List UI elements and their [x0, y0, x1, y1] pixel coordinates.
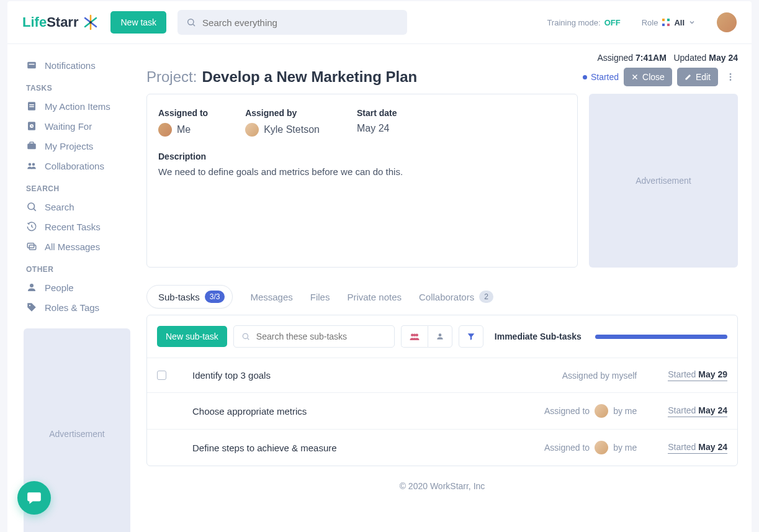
- svg-point-25: [30, 284, 34, 287]
- sidebar-item-label: My Action Items: [45, 101, 110, 112]
- sidebar-recent-tasks[interactable]: Recent Tasks: [24, 217, 130, 237]
- tab-files[interactable]: Files: [310, 292, 330, 302]
- more-vertical-icon: [725, 72, 735, 82]
- close-button[interactable]: Close: [624, 68, 672, 86]
- page-title: Project: Develop a New Marketing Plan: [146, 68, 417, 86]
- svg-point-3: [89, 21, 92, 24]
- sidebar-item-label: My Projects: [45, 141, 93, 151]
- new-subtask-button[interactable]: New sub-task: [157, 326, 227, 347]
- svg-point-26: [29, 305, 30, 306]
- svg-point-20: [32, 163, 35, 166]
- filter-person-button[interactable]: [428, 325, 452, 348]
- logo[interactable]: LifeStarr: [22, 14, 99, 31]
- svg-point-19: [29, 163, 32, 166]
- more-menu-button[interactable]: [723, 70, 738, 84]
- logo-life: Life: [22, 14, 47, 30]
- svg-point-37: [438, 333, 441, 336]
- avatar: [245, 123, 259, 137]
- sparkle-icon: [82, 14, 99, 31]
- tab-messages[interactable]: Messages: [250, 292, 292, 302]
- people-icon: [26, 160, 37, 171]
- task-title: Identify top 3 goals: [192, 370, 562, 381]
- task-date[interactable]: Started May 24: [668, 405, 727, 417]
- document-icon: [26, 101, 37, 112]
- svg-rect-8: [662, 24, 665, 26]
- search-input[interactable]: [202, 17, 398, 28]
- task-date[interactable]: Started May 24: [668, 442, 727, 454]
- svg-line-22: [34, 209, 35, 210]
- sidebar-header-search: SEARCH: [24, 176, 130, 197]
- svg-point-32: [243, 333, 248, 338]
- person-icon: [26, 282, 37, 293]
- svg-rect-10: [27, 62, 36, 69]
- task-checkbox[interactable]: [157, 371, 166, 380]
- progress-bar: [595, 335, 727, 339]
- status-badge: Started: [583, 72, 619, 82]
- sidebar-my-projects[interactable]: My Projects: [24, 136, 130, 156]
- tab-subtasks[interactable]: Sub-tasks 3/3: [146, 285, 233, 309]
- sidebar-waiting-for[interactable]: Waiting For: [24, 116, 130, 136]
- meta-info: Assigned 7:41AM Updated May 24: [146, 53, 738, 63]
- sidebar-action-items[interactable]: My Action Items: [24, 96, 130, 116]
- task-row[interactable]: Identify top 3 goals Assigned by myself …: [147, 358, 737, 392]
- logo-starr: Starr: [47, 14, 78, 30]
- sidebar-collaborations[interactable]: Collaborations: [24, 156, 130, 176]
- inbox-icon: [26, 60, 37, 71]
- tab-collaborators[interactable]: Collaborators 2: [419, 291, 493, 303]
- immediate-subtasks-label: Immediate Sub-tasks: [495, 331, 582, 341]
- chat-widget-button[interactable]: [17, 481, 51, 515]
- history-icon: [26, 221, 37, 232]
- subtask-search[interactable]: [233, 325, 395, 348]
- filter-button[interactable]: [459, 325, 483, 348]
- sidebar-search[interactable]: Search: [24, 197, 130, 217]
- sidebar-all-messages[interactable]: All Messages: [24, 237, 130, 256]
- svg-line-33: [247, 338, 249, 340]
- title-prefix: Project:: [146, 68, 197, 86]
- task-row[interactable]: Define steps to achieve & measure Assign…: [147, 429, 737, 466]
- task-date[interactable]: Started May 29: [668, 369, 727, 381]
- global-search[interactable]: [177, 10, 407, 35]
- edit-button[interactable]: Edit: [677, 68, 718, 86]
- sidebar-header-tasks: TASKS: [24, 75, 130, 96]
- sidebar-item-label: Recent Tasks: [45, 222, 101, 232]
- footer: © 2020 WorkStarr, Inc: [146, 466, 738, 511]
- role-label: Role: [642, 18, 658, 27]
- svg-point-31: [730, 79, 732, 81]
- sidebar-roles-tags[interactable]: Roles & Tags: [24, 297, 130, 317]
- role-value: All: [674, 18, 685, 27]
- task-assigned: Assigned to by me: [544, 441, 637, 454]
- new-task-button[interactable]: New task: [110, 11, 166, 34]
- tag-icon: [26, 302, 37, 313]
- assigned-by-field: Assigned by Kyle Stetson: [245, 108, 320, 137]
- training-mode[interactable]: Training mode: OFF: [547, 18, 620, 27]
- task-title: Choose appropriate metrics: [192, 406, 544, 417]
- chevron-down-icon: [688, 19, 696, 26]
- topbar: LifeStarr New task Training mode: OFF Ro…: [7, 1, 752, 44]
- training-label: Training mode:: [547, 18, 600, 27]
- sidebar-item-label: Notifications: [45, 60, 96, 71]
- person-icon: [436, 332, 444, 341]
- sidebar-people[interactable]: People: [24, 277, 130, 297]
- svg-rect-11: [29, 64, 35, 65]
- grid-icon: [662, 18, 670, 27]
- people-icon: [409, 332, 420, 341]
- task-row[interactable]: Choose appropriate metrics Assigned to b…: [147, 392, 737, 429]
- svg-rect-9: [667, 24, 670, 26]
- sidebar-item-label: People: [45, 282, 74, 293]
- search-icon: [26, 201, 37, 212]
- subtask-search-input[interactable]: [256, 331, 387, 341]
- tab-private-notes[interactable]: Private notes: [347, 292, 402, 302]
- sidebar-item-label: Search: [45, 202, 74, 212]
- svg-rect-14: [29, 106, 34, 107]
- start-date-field: Start date May 24: [357, 108, 397, 137]
- clock-icon: [26, 120, 37, 132]
- svg-rect-18: [30, 142, 34, 144]
- task-assigned: Assigned by myself: [562, 371, 637, 381]
- filter-team-button[interactable]: [401, 325, 428, 348]
- sidebar-notifications[interactable]: Notifications: [24, 55, 130, 75]
- svg-point-29: [730, 73, 732, 75]
- role-selector[interactable]: Role All: [642, 18, 696, 27]
- user-avatar[interactable]: [717, 12, 737, 32]
- avatar: [595, 441, 608, 454]
- subtasks-count-badge: 3/3: [205, 291, 225, 303]
